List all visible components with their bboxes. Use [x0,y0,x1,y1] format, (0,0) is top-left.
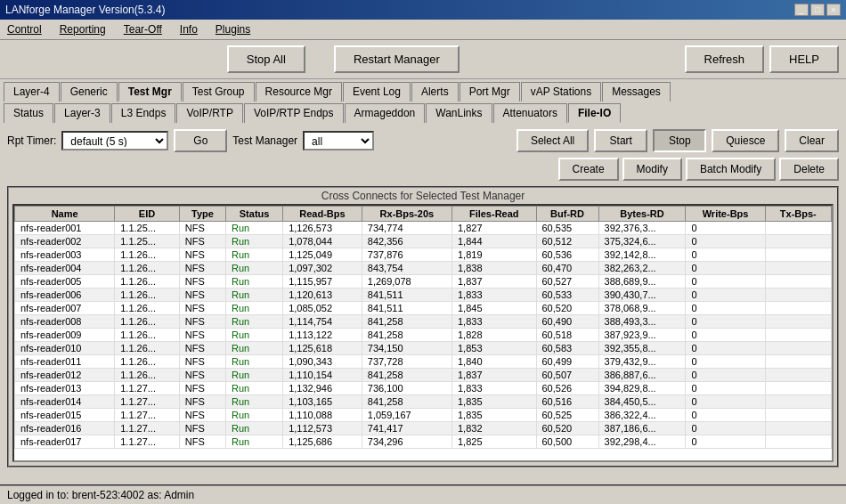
column-header[interactable]: Type [179,207,225,222]
column-header[interactable]: Status [225,207,282,222]
tab-attenuators[interactable]: Attenuators [493,103,567,123]
table-cell: 1,828 [452,329,537,342]
create-button[interactable]: Create [558,158,619,181]
column-header[interactable]: Tx-Bps- [765,207,831,222]
table-row[interactable]: nfs-reader0061.1.26...NFSRun1,120,613841… [15,289,832,302]
title-bar: LANforge Manager Version(5.3.4) _ □ × [0,0,846,20]
table-cell: 1,112,573 [283,422,362,435]
table-cell: 388,689,9... [598,275,686,289]
refresh-button[interactable]: Refresh [685,45,765,73]
tab-alerts[interactable]: Alerts [411,82,459,102]
stop-all-button[interactable]: Stop All [227,45,305,73]
table-cell: 1.1.25... [115,235,180,248]
quiesce-button[interactable]: Quiesce [712,129,779,152]
table-cell: 379,432,9... [598,355,686,369]
column-header[interactable]: Name [15,207,115,222]
table-cell: NFS [179,262,225,275]
tab-voip-rtp[interactable]: VoIP/RTP [176,103,242,123]
maximize-button[interactable]: □ [810,4,825,16]
help-button[interactable]: HELP [769,45,839,73]
test-manager-select[interactable]: all [303,131,374,150]
column-header[interactable]: Files-Read [452,207,537,222]
table-cell: 1,097,302 [283,262,362,275]
table-row[interactable]: nfs-reader0081.1.26...NFSRun1,114,754841… [15,315,832,329]
table-row[interactable]: nfs-reader0091.1.26...NFSRun1,113,122841… [15,329,832,342]
table-cell: 1,833 [452,289,537,302]
tab-test-mgr[interactable]: Test Mgr [118,82,182,102]
table-row[interactable]: nfs-reader0111.1.26...NFSRun1,090,343737… [15,355,832,369]
tab-test-group[interactable]: Test Group [183,82,255,102]
table-row[interactable]: nfs-reader0131.1.27...NFSRun1,132,946736… [15,382,832,395]
table-cell: 384,450,5... [598,395,686,409]
column-header[interactable]: Write-Bps [686,207,765,222]
tab-layer4[interactable]: Layer-4 [4,82,60,102]
table-cell: 0 [686,395,765,409]
table-container[interactable]: NameEIDTypeStatusRead-BpsRx-Bps-20sFiles… [12,204,834,462]
minimize-button[interactable]: _ [794,4,809,16]
tab-voip-rtp-endps[interactable]: VoIP/RTP Endps [244,103,344,123]
tab-generic[interactable]: Generic [61,82,118,102]
menu-reporting[interactable]: Reporting [56,21,110,37]
table-row[interactable]: nfs-reader0011.1.25...NFSRun1,126,573734… [15,222,832,235]
select-all-button[interactable]: Select All [517,129,589,152]
table-cell: 0 [686,435,765,449]
title-bar-buttons: _ □ × [794,4,841,16]
table-cell [765,435,831,449]
tab-status[interactable]: Status [4,103,53,123]
rpt-timer-select[interactable]: default (5 s) [61,131,168,150]
table-row[interactable]: nfs-reader0171.1.27...NFSRun1,125,686734… [15,435,832,449]
table-row[interactable]: nfs-reader0101.1.26...NFSRun1,125,618734… [15,342,832,355]
column-header[interactable]: EID [115,207,180,222]
table-row[interactable]: nfs-reader0161.1.27...NFSRun1,112,573741… [15,422,832,435]
controls-row: Rpt Timer: default (5 s) Go Test Manager… [7,126,839,156]
table-cell: 1.1.26... [115,315,180,329]
table-row[interactable]: nfs-reader0121.1.26...NFSRun1,110,154841… [15,369,832,382]
table-cell: 60,583 [536,342,598,355]
tab-file-io[interactable]: File-IO [568,103,621,123]
table-row[interactable]: nfs-reader0041.1.26...NFSRun1,097,302843… [15,262,832,275]
tab-wanlinks[interactable]: WanLinks [426,103,492,123]
tab-event-log[interactable]: Event Log [343,82,411,102]
table-row[interactable]: nfs-reader0051.1.26...NFSRun1,115,9571,2… [15,275,832,289]
tab-messages[interactable]: Messages [602,82,671,102]
status-text: Logged in to: brent-523:4002 as: Admin [7,489,194,501]
stop-button[interactable]: Stop [653,129,706,152]
go-button[interactable]: Go [174,129,227,152]
column-header[interactable]: Buf-RD [536,207,598,222]
tab-resource-mgr[interactable]: Resource Mgr [256,82,342,102]
restart-manager-button[interactable]: Restart Manager [334,45,460,73]
table-cell: 734,296 [362,435,451,449]
row2-buttons: Create Modify Batch Modify Delete [7,156,839,184]
tab-armageddon[interactable]: Armageddon [345,103,426,123]
column-header[interactable]: Read-Bps [283,207,362,222]
table-cell: 737,876 [362,248,451,262]
table-cell: 1.1.26... [115,329,180,342]
batch-modify-button[interactable]: Batch Modify [686,158,776,181]
table-cell: nfs-reader002 [15,235,115,248]
table-cell [765,395,831,409]
column-header[interactable]: Bytes-RD [598,207,686,222]
table-cell: 1,110,088 [283,409,362,422]
menu-control[interactable]: Control [4,21,45,37]
menu-tear-off[interactable]: Tear-Off [120,21,166,37]
table-row[interactable]: nfs-reader0151.1.27...NFSRun1,110,0881,0… [15,409,832,422]
tab-vap-stations[interactable]: vAP Stations [521,82,601,102]
table-row[interactable]: nfs-reader0021.1.25...NFSRun1,078,044842… [15,235,832,248]
menu-info[interactable]: Info [176,21,201,37]
close-button[interactable]: × [826,4,841,16]
delete-button[interactable]: Delete [779,158,839,181]
table-cell [765,262,831,275]
table-cell: 392,142,8... [598,248,686,262]
table-row[interactable]: nfs-reader0141.1.27...NFSRun1,103,165841… [15,395,832,409]
modify-button[interactable]: Modify [622,158,682,181]
table-cell: 0 [686,355,765,369]
table-row[interactable]: nfs-reader0071.1.26...NFSRun1,085,052841… [15,302,832,315]
start-button[interactable]: Start [594,129,647,152]
table-row[interactable]: nfs-reader0031.1.26...NFSRun1,125,049737… [15,248,832,262]
column-header[interactable]: Rx-Bps-20s [362,207,451,222]
tab-port-mgr[interactable]: Port Mgr [460,82,520,102]
tab-layer3[interactable]: Layer-3 [54,103,110,123]
tab-l3-endps[interactable]: L3 Endps [111,103,176,123]
menu-plugins[interactable]: Plugins [212,21,254,37]
clear-button[interactable]: Clear [785,129,839,152]
